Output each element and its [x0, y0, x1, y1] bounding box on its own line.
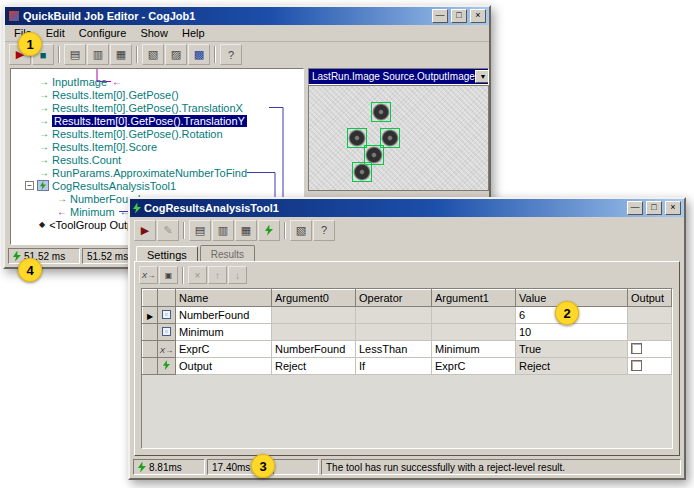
cell-argument1[interactable]: ExprC — [432, 358, 516, 375]
edit-button[interactable]: ✎ — [157, 220, 179, 241]
maximize-button[interactable]: □ — [451, 9, 467, 23]
output-arrow-icon: → — [39, 141, 49, 152]
cell-value[interactable]: 10 — [516, 324, 628, 341]
tool-titlebar[interactable]: CogResultsAnalysisTool1 — □ × — [130, 199, 684, 217]
output-checkbox[interactable] — [631, 343, 642, 354]
input-arrow-icon: ← — [57, 206, 67, 217]
tool-window-title: CogResultsAnalysisTool1 — [144, 202, 624, 214]
new-job-button[interactable]: ▤ — [64, 44, 86, 65]
tree-item-label: Results.Item[0].GetPose().Rotation — [52, 128, 223, 140]
tree-item-label: Results.Item[0].GetPose().TranslationX — [52, 102, 243, 114]
menu-show[interactable]: Show — [133, 26, 175, 40]
copy-results-button[interactable]: ▦ — [235, 220, 257, 241]
electric-run-button[interactable] — [258, 220, 280, 241]
cell-operator[interactable]: LessThan — [356, 341, 432, 358]
tree-item-cogresultsanalysistool1[interactable]: − CogResultsAnalysisTool1 — [11, 179, 303, 192]
help-button[interactable]: ? — [313, 220, 335, 241]
tree-item-label: Results.Item[0].GetPose() — [52, 89, 179, 101]
expression-icon: X→ — [160, 346, 173, 355]
tree-item-rotation[interactable]: → Results.Item[0].GetPose().Rotation — [11, 127, 303, 140]
save-button[interactable]: ▥ — [212, 220, 234, 241]
add-tool-button[interactable]: ▧ — [142, 44, 164, 65]
cell-argument0[interactable]: NumberFound — [272, 341, 356, 358]
toolbar-separator — [136, 46, 138, 63]
collapse-icon[interactable]: − — [25, 181, 34, 190]
move-down-button[interactable]: ↓ — [228, 266, 247, 284]
menu-configure[interactable]: Configure — [72, 26, 134, 40]
tree-item-translationy[interactable]: → Results.Item[0].GetPose().TranslationY — [11, 114, 303, 127]
main-titlebar[interactable]: QuickBuild Job Editor - CogJob1 — □ × — [5, 7, 489, 25]
cell-name[interactable]: Minimum — [176, 324, 272, 341]
column-header-argument1[interactable]: Argument1 — [432, 290, 516, 307]
output-arrow-icon: → — [39, 167, 49, 178]
output-arrow-icon: → — [39, 76, 49, 87]
tab-settings[interactable]: Settings — [136, 246, 198, 262]
result-message-cell: The tool has run successfully with a rej… — [321, 459, 681, 475]
toolbar-separator — [183, 222, 185, 239]
analysis-tool-icon — [37, 180, 49, 191]
lightning-icon — [133, 203, 141, 214]
column-header-operator[interactable]: Operator — [356, 290, 432, 307]
column-header-name[interactable]: Name — [176, 290, 272, 307]
menu-help[interactable]: Help — [175, 26, 212, 40]
close-button[interactable]: × — [470, 9, 486, 23]
cell-output — [628, 324, 672, 341]
tree-item-label: InputImage — [52, 76, 107, 88]
tree-item-approximatenumbertofind[interactable]: → RunParams.ApproximateNumberToFind — [11, 166, 303, 179]
quickbuild-app-icon — [8, 10, 20, 22]
run-time: 8.81ms — [149, 462, 182, 473]
cell-operator[interactable]: If — [356, 358, 432, 375]
cell-output[interactable] — [628, 358, 672, 375]
cell-name[interactable]: ExprC — [176, 341, 272, 358]
minimize-button[interactable]: — — [432, 9, 448, 23]
add-expression-button[interactable]: X→ — [139, 266, 158, 284]
tree-item-inputimage[interactable]: → InputImage ← — [11, 75, 303, 88]
image-display-button[interactable]: ▨ — [165, 44, 187, 65]
minimize-button[interactable]: — — [627, 201, 643, 215]
cell-argument0[interactable]: Reject — [272, 358, 356, 375]
row-selector[interactable]: ▶ — [143, 307, 158, 324]
dropdown-arrow-icon[interactable]: ▼ — [475, 70, 489, 83]
help-button[interactable]: ? — [220, 44, 242, 65]
lightning-icon — [163, 360, 170, 370]
tree-item-results-count[interactable]: → Results.Count — [11, 153, 303, 166]
add-output-button[interactable]: ▣ — [159, 266, 178, 284]
input-port-icon — [162, 327, 171, 336]
tree-item-getpose[interactable]: → Results.Item[0].GetPose() — [11, 88, 303, 101]
expression-grid: Name Argument0 Operator Argument1 Value … — [142, 289, 672, 375]
delete-row-button[interactable]: × — [188, 266, 207, 284]
column-header-argument0[interactable]: Argument0 — [272, 290, 356, 307]
tree-item-translationx[interactable]: → Results.Item[0].GetPose().TranslationX — [11, 101, 303, 114]
row-selector[interactable] — [143, 341, 158, 358]
tree-item-label: CogResultsAnalysisTool1 — [52, 180, 176, 192]
cell-argument1[interactable]: Minimum — [432, 341, 516, 358]
callout-number: 3 — [259, 459, 266, 474]
run-tool-button[interactable]: ▶ — [134, 220, 156, 241]
image-display[interactable] — [308, 85, 489, 191]
window-layout-button[interactable]: ▧ — [290, 220, 312, 241]
move-up-button[interactable]: ↑ — [208, 266, 227, 284]
cell-output[interactable] — [628, 341, 672, 358]
open-job-button[interactable]: ▥ — [87, 44, 109, 65]
toolbar-separator — [58, 46, 60, 63]
output-checkbox[interactable] — [631, 360, 642, 371]
chart-button[interactable]: ▩ — [188, 44, 210, 65]
row-selector[interactable] — [143, 358, 158, 375]
tab-results[interactable]: Results — [200, 245, 255, 261]
open-button[interactable]: ▤ — [189, 220, 211, 241]
cell-argument1 — [432, 324, 516, 341]
column-header-output[interactable]: Output — [628, 290, 672, 307]
image-source-dropdown[interactable]: LastRun.Image Source.OutputImage ▼ — [308, 68, 489, 85]
lightning-icon — [40, 181, 46, 190]
cell-value: Reject — [516, 358, 628, 375]
row-selector[interactable] — [143, 324, 158, 341]
grid-row-numberfound: ▶ NumberFound 6 — [143, 307, 672, 324]
cell-name[interactable]: NumberFound — [176, 307, 272, 324]
tree-item-score[interactable]: → Results.Item[0].Score — [11, 140, 303, 153]
row-type-cell — [158, 324, 176, 341]
menu-edit[interactable]: Edit — [39, 26, 72, 40]
save-job-button[interactable]: ▦ — [110, 44, 132, 65]
close-button[interactable]: × — [665, 201, 681, 215]
maximize-button[interactable]: □ — [646, 201, 662, 215]
cell-name[interactable]: Output — [176, 358, 272, 375]
